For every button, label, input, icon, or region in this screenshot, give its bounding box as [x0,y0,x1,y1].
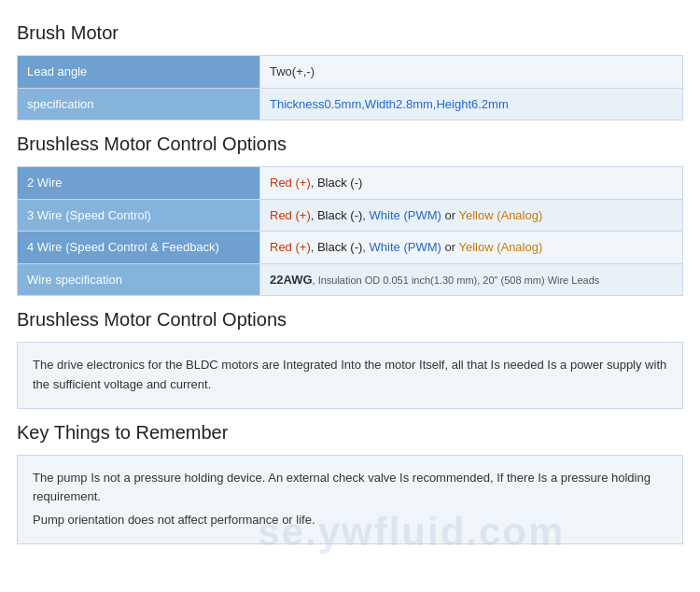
table-row: Lead angle Two(+,-) [18,56,683,89]
text-red: Red (+) [270,208,311,222]
value-3wire: Red (+), Black (-), White (PWM) or Yello… [260,199,683,232]
label-2wire: 2 Wire [18,167,260,200]
text-dark: Black (-) [317,176,362,190]
spec-value: Thickness0.5mm,Width2.8mm,Height6.2mm [270,97,509,111]
table-row: 3 Wire (Speed Control) Red (+), Black (-… [18,199,683,232]
key-things-description: The pump Is not a pressure holding devic… [17,455,683,544]
table-row: 2 Wire Red (+), Black (-) [18,167,683,200]
brushless-motor-title: Brushless Motor Control Options [17,134,683,159]
value-2wire: Red (+), Black (-) [260,167,683,200]
label-wire-spec: Wire specification [18,263,260,296]
brushless-motor-table: 2 Wire Red (+), Black (-) 3 Wire (Speed … [17,166,683,296]
brush-motor-title: Brush Motor [17,22,683,48]
brush-motor-table: Lead angle Two(+,-) specification Thickn… [17,55,683,120]
label-specification: specification [18,88,260,120]
text-comma: , [311,176,317,190]
wire-spec-small: , Insulation OD 0.051 inch(1.30 mm), 20"… [313,275,600,286]
table-row: Wire specification 22AWG, Insulation OD … [18,263,683,296]
label-4wire: 4 Wire (Speed Control & Feedback) [18,232,260,264]
wire-spec-bold: 22AWG [270,273,313,287]
text-red: Red (+) [270,176,311,190]
value-specification: Thickness0.5mm,Width2.8mm,Height6.2mm [260,88,683,120]
key-things-title: Key Things to Remember [17,422,683,447]
brushless-motor-desc-title: Brushless Motor Control Options [17,309,683,334]
table-row: 4 Wire (Speed Control & Feedback) Red (+… [18,232,683,264]
key-things-line-1: The pump Is not a pressure holding devic… [33,469,667,508]
brushless-motor-description: The drive electronics for the BLDC motor… [17,342,683,409]
key-things-line-2: Pump orientation does not affect perform… [33,511,667,530]
value-lead-angle: Two(+,-) [260,56,683,89]
description-text: The drive electronics for the BLDC motor… [33,358,666,391]
value-4wire: Red (+), Black (-), White (PWM) or Yello… [260,232,683,264]
label-lead-angle: Lead angle [18,56,260,89]
label-3wire: 3 Wire (Speed Control) [18,199,260,232]
value-wire-spec: 22AWG, Insulation OD 0.051 inch(1.30 mm)… [260,263,683,296]
table-row: specification Thickness0.5mm,Width2.8mm,… [18,88,683,120]
